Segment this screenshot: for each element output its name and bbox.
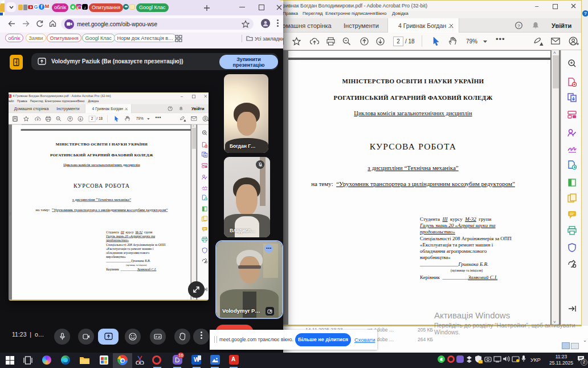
svg-text:?: ? bbox=[517, 23, 520, 29]
svg-text:?: ? bbox=[169, 107, 171, 110]
svg-text:A: A bbox=[9, 95, 11, 98]
